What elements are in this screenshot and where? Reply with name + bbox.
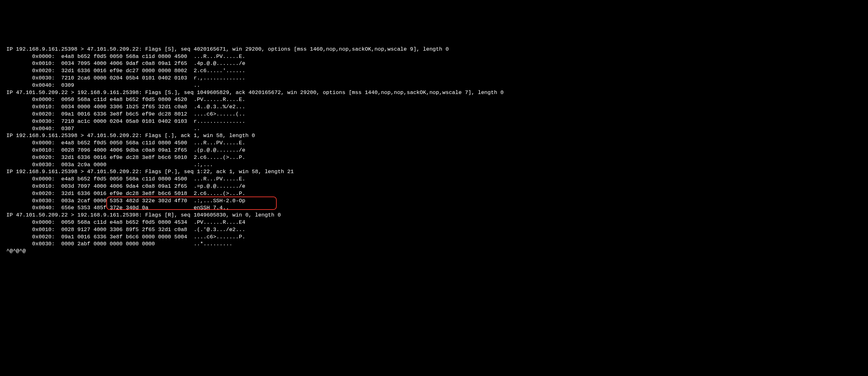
- terminal-line: 0x0020: 32d1 6336 0016 ef9e dc28 3e8f b6…: [6, 154, 862, 161]
- terminal-line: IP 192.168.9.161.25398 > 47.101.50.209.2…: [6, 168, 862, 176]
- terminal-line: 0x0040: 0307 ..: [6, 125, 862, 133]
- terminal-line: 0x0000: e4a8 b652 f0d5 0050 568a c11d 08…: [6, 176, 862, 183]
- terminal-line: 0x0030: 0000 2abf 0000 0000 0000 0000 ..…: [6, 241, 862, 248]
- terminal-line: 0x0040: 0309 ..: [6, 82, 862, 89]
- terminal-line: IP 47.101.50.209.22 > 192.168.9.161.2539…: [6, 89, 862, 97]
- terminal-line: 0x0030: 7210 2ca6 0000 0204 05b4 0101 04…: [6, 75, 862, 82]
- terminal-line: 0x0020: 32d1 6336 0016 ef9e dc27 0000 00…: [6, 67, 862, 75]
- terminal-line: IP 192.168.9.161.25398 > 47.101.50.209.2…: [6, 132, 862, 139]
- terminal-line: 0x0000: e4a8 b652 f0d5 0050 568a c11d 08…: [6, 139, 862, 147]
- terminal-line: 0x0000: 0050 568a c11d e4a8 b652 f0d5 08…: [6, 96, 862, 103]
- terminal-line: IP 192.168.9.161.25398 > 47.101.50.209.2…: [6, 46, 862, 53]
- terminal-line: IP 47.101.50.209.22 > 192.168.9.161.2539…: [6, 212, 862, 219]
- terminal-line: 0x0040: 656e 5353 485f 372e 340d 0a enSS…: [6, 205, 862, 212]
- terminal-lines: IP 192.168.9.161.25398 > 47.101.50.209.2…: [6, 46, 862, 255]
- terminal-line: 0x0030: 003a 2c9a 0000 .:,...: [6, 161, 862, 169]
- terminal-line: 0x0010: 003d 7097 4000 4006 9da4 c0a8 09…: [6, 183, 862, 190]
- terminal-output: IP 192.168.9.161.25398 > 47.101.50.209.2…: [6, 31, 862, 269]
- terminal-line: 0x0020: 09a1 0016 6336 3e8f b6c5 ef9e dc…: [6, 111, 862, 118]
- terminal-line: 0x0010: 0028 7096 4000 4006 9dba c0a8 09…: [6, 147, 862, 154]
- terminal-line: 0x0010: 0034 7095 4000 4006 9daf c0a8 09…: [6, 60, 862, 67]
- terminal-line: 0x0010: 0034 0000 4000 3306 1b25 2f65 32…: [6, 103, 862, 111]
- terminal-line: 0x0000: 0050 568a c11d e4a8 b652 f0d5 08…: [6, 219, 862, 226]
- terminal-line: 0x0020: 09a1 0016 6336 3e8f b6c6 0000 00…: [6, 233, 862, 241]
- terminal-line: 0x0000: e4a8 b652 f0d5 0050 568a c11d 08…: [6, 53, 862, 60]
- terminal-line: 0x0020: 32d1 6336 0016 ef9e dc28 3e8f b6…: [6, 190, 862, 197]
- terminal-line: ^@^@^@: [6, 248, 862, 255]
- terminal-line: 0x0030: 003a 2caf 0000 5353 482d 322e 30…: [6, 197, 862, 205]
- terminal-line: 0x0030: 7210 ac1c 0000 0204 05a0 0101 04…: [6, 118, 862, 125]
- terminal-line: 0x0010: 0028 9127 4000 3306 89f5 2f65 32…: [6, 226, 862, 233]
